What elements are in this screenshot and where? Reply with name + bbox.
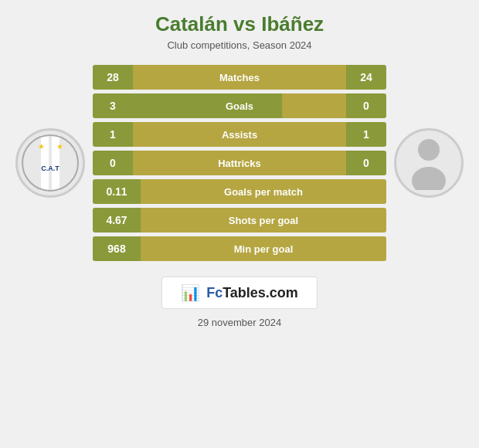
matches-right-val: 24 [346, 65, 386, 90]
footer-date: 29 november 2024 [198, 317, 281, 328]
stat-row-hattricks: 0 Hattricks 0 [93, 151, 386, 175]
matches-label: Matches [133, 65, 346, 90]
assists-left-val: 1 [93, 122, 133, 147]
hattricks-label: Hattricks [133, 151, 346, 175]
min-per-goal-val: 968 [93, 236, 141, 261]
shots-per-goal-label: Shots per goal [141, 208, 386, 232]
comparison-section: ★ ★ C.A.T 28 Matches 24 3 Goals [15, 65, 464, 261]
fctables-text: FcTables.com [206, 285, 298, 301]
min-per-goal-label: Min per goal [141, 236, 386, 261]
stat-row-shots-per-goal: 4.67 Shots per goal [93, 208, 386, 232]
stat-row-goals: 3 Goals 0 [93, 93, 386, 118]
goals-right-val: 0 [346, 93, 386, 118]
right-avatar [394, 128, 464, 198]
goals-left-val: 3 [93, 93, 133, 118]
subtitle: Club competitions, Season 2024 [167, 39, 311, 51]
svg-point-8 [412, 167, 446, 190]
assists-label: Assists [133, 122, 346, 147]
svg-text:★: ★ [38, 142, 45, 151]
stat-row-min-per-goal: 968 Min per goal [93, 236, 386, 261]
svg-text:C.A.T: C.A.T [41, 165, 59, 172]
fctables-banner: 📊 FcTables.com [161, 277, 318, 309]
assists-right-val: 1 [346, 122, 386, 147]
page-wrapper: Catalán vs Ibáñez Club competitions, Sea… [0, 0, 479, 448]
goals-per-match-label: Goals per match [141, 179, 386, 204]
shots-per-goal-val: 4.67 [93, 208, 141, 232]
hattricks-left-val: 0 [93, 151, 133, 175]
svg-point-3 [22, 135, 78, 191]
goals-label: Goals [133, 100, 346, 112]
svg-text:★: ★ [56, 142, 63, 151]
stats-rows: 28 Matches 24 3 Goals 0 1 Assists 1 [93, 65, 386, 261]
left-avatar: ★ ★ C.A.T [15, 128, 85, 198]
page-title: Catalán vs Ibáñez [155, 12, 324, 36]
hattricks-right-val: 0 [346, 151, 386, 175]
goals-per-match-val: 0.11 [93, 179, 141, 204]
stat-row-matches: 28 Matches 24 [93, 65, 386, 90]
svg-point-7 [418, 139, 440, 161]
stat-row-goals-per-match: 0.11 Goals per match [93, 179, 386, 204]
matches-left-val: 28 [93, 65, 133, 90]
fctables-icon: 📊 [181, 283, 200, 302]
stat-row-assists: 1 Assists 1 [93, 122, 386, 147]
